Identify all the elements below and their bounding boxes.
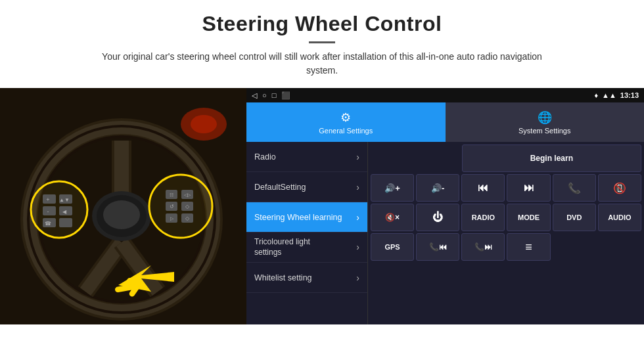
menu-whitelist-label: Whitelist setting <box>254 273 312 282</box>
right-controls: Begin learn 🔊+ 🔊- ⏮ ⏭ <box>368 142 644 324</box>
arrow-icon: › <box>356 241 359 253</box>
svg-text:☎: ☎ <box>45 221 51 227</box>
menu-icon[interactable]: ⬛ <box>281 91 290 100</box>
controls-grid: 🔊+ 🔊- ⏮ ⏭ 📞 📵 <box>371 174 641 261</box>
svg-text:↺: ↺ <box>170 204 174 210</box>
vol-down-button[interactable]: 🔊- <box>416 174 459 202</box>
menu-item-radio[interactable]: Radio › <box>246 142 367 172</box>
begin-learn-button[interactable]: Begin learn <box>462 145 641 172</box>
header-description: Your original car's steering wheel contr… <box>99 50 545 78</box>
power-icon: ⏻ <box>432 211 443 223</box>
top-row: Begin learn <box>371 145 641 172</box>
mute-icon: 🔇× <box>385 213 400 222</box>
vol-up-button[interactable]: 🔊+ <box>371 174 414 202</box>
svg-point-2 <box>191 115 217 133</box>
empty-space <box>371 145 460 172</box>
status-bar-nav: ◁ ○ □ ⬛ <box>252 91 290 100</box>
tel-next-icon: 📞⏭ <box>474 242 492 252</box>
list-icon: ≡ <box>525 240 532 254</box>
tab-bar: ⚙ General Settings 🌐 System Settings <box>246 102 644 142</box>
arrow-icon: › <box>356 152 359 162</box>
audio-label: AUDIO <box>608 213 631 221</box>
tab-system[interactable]: 🌐 System Settings <box>446 102 645 142</box>
location-icon: ♦ <box>594 91 598 99</box>
steering-wheel-image: + ▲▼ - ◀ ☎ ☷ ◁▷ ↺ ◇ ▷ ◇ ➜ <box>0 88 246 324</box>
phone-icon: 📞 <box>568 182 581 194</box>
arrow-icon: › <box>356 273 359 283</box>
menu-item-tricoloured[interactable]: Tricoloured light settings › <box>246 233 367 263</box>
radio-button[interactable]: RADIO <box>461 204 505 231</box>
next-track-button[interactable]: ⏭ <box>507 174 550 202</box>
menu-item-defaultsetting[interactable]: DefaultSetting › <box>246 172 367 202</box>
list-button[interactable]: ≡ <box>507 233 550 261</box>
dvd-label: DVD <box>566 213 582 221</box>
menu-steeringwheel-label: Steering Wheel learning <box>254 213 342 222</box>
home-icon[interactable]: ○ <box>262 91 267 99</box>
menu-tricoloured-label1: Tricoloured light <box>254 237 310 248</box>
tab-system-label: System Settings <box>518 127 570 135</box>
svg-text:▲▼: ▲▼ <box>59 197 70 203</box>
hangup-button[interactable]: 📵 <box>598 174 641 202</box>
tab-general[interactable]: ⚙ General Settings <box>246 102 446 142</box>
audio-button[interactable]: AUDIO <box>598 204 641 231</box>
svg-rect-19 <box>43 206 56 215</box>
radio-label: RADIO <box>472 213 495 221</box>
menu-item-steeringwheel[interactable]: Steering Wheel learning › <box>246 202 367 233</box>
svg-text:◁▷: ◁▷ <box>184 192 191 197</box>
gps-label: GPS <box>384 243 400 251</box>
vol-up-icon: 🔊+ <box>384 183 400 193</box>
power-button[interactable]: ⏻ <box>416 204 459 231</box>
svg-text:◇: ◇ <box>185 215 190 221</box>
status-bar-info: ♦ ▲▲ 13:13 <box>594 91 639 99</box>
menu-controls-area: Radio › DefaultSetting › Steering Wheel … <box>246 142 644 324</box>
svg-text:☷: ☷ <box>170 192 173 197</box>
mute-button[interactable]: 🔇× <box>371 204 414 231</box>
signal-icon: ▲▲ <box>602 91 616 99</box>
svg-point-28 <box>149 175 212 238</box>
steering-wheel-svg: + ▲▼ - ◀ ☎ ☷ ◁▷ ↺ ◇ ▷ ◇ ➜ <box>0 88 246 324</box>
menu-tricoloured-label2: settings <box>254 248 310 258</box>
tel-next-button[interactable]: 📞⏭ <box>461 233 505 261</box>
left-menu: Radio › DefaultSetting › Steering Wheel … <box>246 142 368 324</box>
menu-radio-label: Radio <box>254 152 276 162</box>
general-settings-icon: ⚙ <box>340 110 351 125</box>
clock: 13:13 <box>620 91 639 99</box>
status-bar: ◁ ○ □ ⬛ ♦ ▲▲ 13:13 <box>246 88 644 102</box>
recents-icon[interactable]: □ <box>272 91 277 99</box>
back-icon[interactable]: ◁ <box>252 91 257 100</box>
tel-prev-button[interactable]: 📞⏮ <box>416 233 459 261</box>
svg-text:+: + <box>46 196 49 203</box>
phone-button[interactable]: 📞 <box>553 174 596 202</box>
svg-text:-: - <box>47 208 49 215</box>
arrow-icon: › <box>356 212 359 223</box>
svg-point-15 <box>103 200 140 229</box>
mode-label: MODE <box>518 213 540 221</box>
tel-prev-icon: 📞⏮ <box>429 242 447 252</box>
dvd-button[interactable]: DVD <box>553 204 596 231</box>
arrow-icon: › <box>356 182 359 192</box>
tab-general-label: General Settings <box>319 127 373 135</box>
hangup-icon: 📵 <box>613 182 626 194</box>
menu-item-whitelist[interactable]: Whitelist setting › <box>246 263 367 293</box>
vol-down-icon: 🔊- <box>431 183 444 193</box>
page-header: Steering Wheel Control Your original car… <box>0 0 644 84</box>
next-track-icon: ⏭ <box>524 182 534 194</box>
svg-rect-22 <box>59 218 72 227</box>
page-title: Steering Wheel Control <box>7 12 637 36</box>
prev-track-button[interactable]: ⏮ <box>461 174 505 202</box>
svg-text:◇: ◇ <box>185 204 190 210</box>
prev-track-icon: ⏮ <box>478 182 488 194</box>
header-divider <box>309 41 335 43</box>
android-panel: ◁ ○ □ ⬛ ♦ ▲▲ 13:13 ⚙ General Settings 🌐 … <box>246 88 644 324</box>
main-content: + ▲▼ - ◀ ☎ ☷ ◁▷ ↺ ◇ ▷ ◇ ➜ <box>0 88 644 324</box>
svg-text:◀: ◀ <box>62 209 67 215</box>
system-settings-icon: 🌐 <box>538 110 552 125</box>
gps-button[interactable]: GPS <box>371 233 414 261</box>
mode-button[interactable]: MODE <box>507 204 550 231</box>
menu-defaultsetting-label: DefaultSetting <box>254 183 306 192</box>
